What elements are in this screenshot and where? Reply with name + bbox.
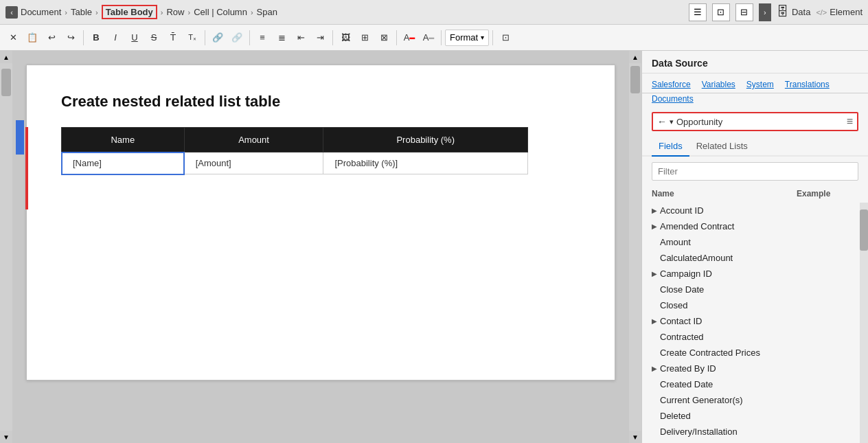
format-dropdown-arrow: ▾	[481, 34, 484, 41]
toolbar-indent-in[interactable]: ⇥	[311, 29, 329, 47]
field-item[interactable]: ▶Description	[642, 440, 868, 443]
toolbar-sep-1	[83, 30, 84, 45]
toolbar-undo[interactable]: ↩	[43, 29, 60, 47]
toolbar-underline[interactable]: U	[126, 29, 144, 47]
field-item[interactable]: ▶Campaign ID	[642, 266, 868, 282]
field-item[interactable]: ▶Created Date	[642, 376, 868, 392]
related-lists-tab[interactable]: Related Lists	[689, 137, 755, 155]
breadcrumb-sep-5: ›	[251, 8, 253, 16]
right-panel-content: ▶Account ID▶Amended Contract▶Amount▶Calc…	[642, 203, 868, 443]
canvas-scroll-down[interactable]: ▼	[629, 431, 641, 443]
panel-nav-arrow[interactable]: ›	[759, 3, 771, 21]
field-item[interactable]: ▶Amended Contract	[642, 218, 868, 234]
field-item[interactable]: ▶CalculatedAmount	[642, 250, 868, 266]
source-tab-system[interactable]: System	[741, 78, 779, 93]
element-tab[interactable]: </> Element	[816, 7, 863, 17]
field-item[interactable]: ▶Current Generator(s)	[642, 392, 868, 408]
opportunity-dropdown-arrow[interactable]: ▾	[670, 117, 674, 126]
left-scroll-bar[interactable]: ▲ ▼	[0, 51, 12, 443]
right-panel-scrollbar[interactable]	[860, 203, 868, 443]
left-indicators	[16, 120, 28, 209]
toolbar-strikethrough[interactable]: S	[145, 29, 163, 47]
source-tab-salesforce[interactable]: Salesforce	[652, 78, 696, 93]
view-toggle-1[interactable]: ☰	[689, 3, 707, 21]
breadcrumb-cell-column[interactable]: Cell | Column	[194, 7, 247, 17]
breadcrumb-span[interactable]: Span	[257, 7, 277, 17]
field-name: Deleted	[660, 411, 858, 421]
field-item[interactable]: ▶Created By ID	[642, 361, 868, 376]
field-item[interactable]: ▶Contracted	[642, 329, 868, 345]
main-area: ▲ ▼ Create nested related list table Nam…	[0, 51, 868, 443]
toolbar-bold[interactable]: B	[87, 29, 105, 47]
canvas-scroll-thumb	[630, 66, 640, 93]
fields-tab[interactable]: Fields	[652, 137, 689, 157]
field-name: Amount	[660, 237, 858, 247]
source-tab-translations[interactable]: Translations	[779, 78, 835, 93]
breadcrumb-document[interactable]: Document	[21, 7, 61, 17]
table-cell-name[interactable]: [Name]	[62, 152, 185, 174]
toolbar-ol[interactable]: ≡	[253, 29, 271, 47]
breadcrumb-row[interactable]: Row	[166, 7, 184, 17]
nav-back-button[interactable]: ‹	[5, 6, 18, 19]
breadcrumb-sep-2: ›	[95, 8, 98, 16]
filter-input[interactable]	[652, 162, 858, 181]
toolbar: ✕ 📋 ↩ ↪ B I U S T̄ Tₓ 🔗 🔗 ≡ ≣ ⇤ ⇥ 🖼 ⊞ ⊠ …	[0, 25, 868, 51]
toolbar-sep-6	[441, 30, 442, 45]
toolbar-ul[interactable]: ≣	[273, 29, 290, 47]
toolbar-copy[interactable]: 📋	[23, 29, 41, 47]
table-cell-probability[interactable]: [Probability (%)]	[323, 152, 528, 174]
field-item[interactable]: ▶Account ID	[642, 203, 868, 218]
scroll-up-btn[interactable]: ▲	[0, 51, 12, 63]
expand-icon: ▶	[652, 270, 657, 277]
toolbar-table[interactable]: ⊞	[356, 29, 374, 47]
format-dropdown[interactable]: Format ▾	[445, 30, 489, 46]
toolbar-highlight[interactable]: A▬	[420, 29, 437, 47]
opportunity-back-btn[interactable]: ←	[657, 116, 667, 127]
toolbar-redo[interactable]: ↪	[62, 29, 80, 47]
canvas-scroll-up[interactable]: ▲	[629, 51, 641, 63]
toolbar-sep-5	[396, 30, 397, 45]
view-toggle-3[interactable]: ⊟	[735, 3, 753, 21]
toolbar-overline[interactable]: T̄	[164, 29, 182, 47]
opportunity-menu-icon[interactable]: ≡	[847, 115, 853, 128]
source-tab-variables[interactable]: Variables	[696, 78, 741, 93]
field-item[interactable]: ▶Close Date	[642, 282, 868, 297]
toolbar-view[interactable]: ⊡	[496, 29, 514, 47]
canvas-container[interactable]: Create nested related list table Name Am…	[12, 51, 641, 443]
field-name: Delivery/Installation	[660, 427, 858, 437]
field-item[interactable]: ▶Create Contracted Prices	[642, 345, 868, 361]
field-item[interactable]: ▶Amount	[642, 234, 868, 250]
toolbar-link[interactable]: 🔗	[209, 29, 227, 47]
breadcrumb-table-body[interactable]: Table Body	[102, 5, 157, 19]
data-tab[interactable]: 🗄 Data	[777, 5, 810, 19]
opportunity-row: ← ▾ Opportunity ≡	[652, 112, 858, 131]
breadcrumb-table[interactable]: Table	[71, 7, 92, 17]
table-cell-amount[interactable]: [Amount]	[184, 152, 323, 174]
scroll-down-btn[interactable]: ▼	[0, 431, 12, 443]
breadcrumb-sep-4: ›	[187, 8, 190, 16]
toolbar-fontcolor[interactable]: A▬	[400, 29, 418, 47]
scroll-thumb[interactable]	[1, 69, 11, 96]
toolbar-cut[interactable]: ✕	[4, 29, 22, 47]
field-name: Close Date	[660, 284, 858, 295]
canvas-vscroll[interactable]: ▲ ▼	[629, 51, 641, 443]
toolbar-unlink[interactable]: 🔗	[228, 29, 246, 47]
toolbar-barcode[interactable]: ⊠	[375, 29, 393, 47]
toolbar-indent-out[interactable]: ⇤	[292, 29, 310, 47]
field-item[interactable]: ▶Delivery/Installation	[642, 424, 868, 440]
field-item[interactable]: ▶Deleted	[642, 408, 868, 424]
field-name: Created Date	[660, 379, 858, 389]
filter-row	[642, 157, 868, 186]
view-toggle-2[interactable]: ⊡	[712, 3, 730, 21]
toolbar-italic[interactable]: I	[106, 29, 124, 47]
toolbar-clear[interactable]: Tₓ	[183, 29, 201, 47]
blue-indicator	[16, 120, 24, 155]
toolbar-image[interactable]: 🖼	[336, 29, 354, 47]
field-item[interactable]: ▶Closed	[642, 297, 868, 313]
field-item[interactable]: ▶Contact ID	[642, 313, 868, 329]
toolbar-sep-3	[249, 30, 250, 45]
data-tab-label: Data	[792, 7, 810, 17]
fields-header: Name Example	[642, 186, 868, 201]
source-tab-documents[interactable]: Documents	[652, 92, 699, 107]
field-name: Closed	[660, 300, 858, 310]
